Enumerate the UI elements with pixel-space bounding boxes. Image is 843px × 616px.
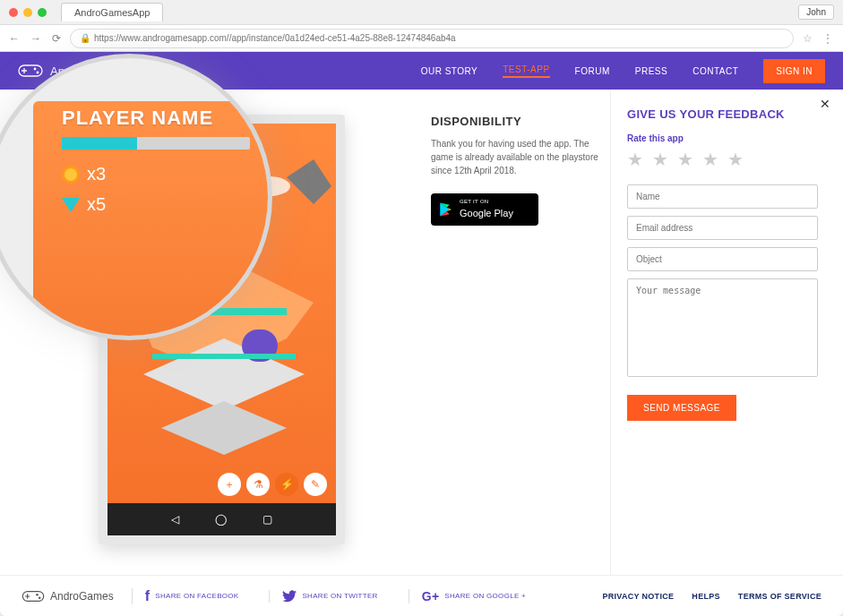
star-icon[interactable]: ★ — [702, 149, 718, 170]
googleplus-icon: G+ — [422, 589, 440, 603]
twitter-icon — [282, 590, 297, 603]
chrome-url-bar: ← → ⟳ 🔒 https://www.androgamesapp.com//a… — [0, 25, 843, 52]
svg-point-15 — [39, 596, 41, 599]
footer-brand-label: AndroGames — [50, 590, 114, 603]
main-content: ＋ ⚗ ⚡ ✎ ◁ ◯ ▢ PLAYER NAME — [0, 90, 843, 575]
nav-our-story[interactable]: OUR STORY — [421, 66, 478, 76]
google-play-icon — [438, 201, 454, 218]
share-fb-label: SHARE ON FACEBOOK — [155, 592, 238, 600]
feedback-column: ✕ GIVE US YOUR FEEDBACK Rate this app ★ … — [610, 90, 843, 575]
google-play-button[interactable]: GET IT ON Google Play — [431, 193, 538, 226]
disponibility-body: Thank you for having used the app. The g… — [431, 137, 599, 177]
gem-icon — [62, 198, 80, 212]
gamepad-icon — [22, 588, 45, 604]
android-nav-bar: ◁ ◯ ▢ — [108, 503, 336, 535]
share-tw-label: SHARE ON TWITTER — [302, 592, 377, 600]
profile-chip[interactable]: John — [798, 4, 834, 20]
main-nav: OUR STORY TEST-APP FORUM PRESS CONTACT S… — [421, 59, 825, 83]
email-field[interactable] — [627, 216, 818, 240]
bookmark-icon[interactable]: ☆ — [803, 32, 813, 45]
browser-window: AndroGamesApp John ← → ⟳ 🔒 https://www.a… — [0, 0, 843, 616]
android-back-icon[interactable]: ◁ — [171, 513, 179, 526]
send-message-button[interactable]: SEND MESSAGE — [627, 395, 736, 421]
game-action-bar: ＋ ⚗ ⚡ ✎ — [218, 473, 327, 496]
message-field[interactable] — [627, 278, 818, 377]
star-icon[interactable]: ★ — [727, 149, 744, 170]
progress-bar — [62, 137, 250, 150]
plus-icon[interactable]: ＋ — [218, 473, 241, 496]
chrome-tab-strip: AndroGamesApp John — [0, 0, 843, 25]
game-preview-column: ＋ ⚗ ⚡ ✎ ◁ ◯ ▢ PLAYER NAME — [0, 90, 431, 575]
coin-icon — [62, 166, 80, 184]
nav-contact[interactable]: CONTACT — [692, 66, 738, 76]
coin-counter: x3 — [62, 164, 106, 184]
star-icon[interactable]: ★ — [627, 149, 643, 170]
maximize-window-button[interactable] — [38, 8, 47, 17]
close-window-button[interactable] — [9, 8, 18, 17]
gem-count: x5 — [87, 194, 106, 215]
feedback-title: GIVE US YOUR FEEDBACK — [627, 107, 818, 121]
back-button[interactable]: ← — [9, 32, 20, 45]
browser-tab[interactable]: AndroGamesApp — [61, 3, 163, 21]
disponibility-column: DISPONIBILITY Thank you for having used … — [431, 90, 610, 575]
nav-press[interactable]: PRESS — [635, 66, 667, 76]
lock-icon: 🔒 — [80, 33, 90, 43]
share-twitter[interactable]: SHARE ON TWITTER — [269, 590, 390, 603]
gamepad-icon — [18, 62, 43, 80]
facebook-icon: f — [145, 588, 151, 604]
reload-button[interactable]: ⟳ — [52, 32, 61, 45]
object-field[interactable] — [627, 247, 818, 271]
rating-stars: ★ ★ ★ ★ ★ — [627, 149, 818, 170]
star-icon[interactable]: ★ — [677, 149, 693, 170]
forward-button[interactable]: → — [30, 32, 41, 45]
share-googleplus[interactable]: G+ SHARE ON GOOGLE + — [409, 589, 538, 603]
url-text: https://www.androgamesapp.com//app/insta… — [94, 33, 456, 43]
disponibility-title: DISPONIBILITY — [431, 115, 599, 128]
brush-icon[interactable]: ✎ — [304, 473, 327, 496]
share-facebook[interactable]: f SHARE ON FACEBOOK — [132, 588, 252, 604]
gplay-label: Google Play — [460, 208, 513, 218]
footer: AndroGames f SHARE ON FACEBOOK SHARE ON … — [0, 575, 843, 616]
gem-counter: x5 — [62, 194, 106, 215]
android-home-icon[interactable]: ◯ — [215, 513, 227, 526]
name-field[interactable] — [627, 184, 818, 209]
star-icon[interactable]: ★ — [652, 149, 668, 170]
svg-point-3 — [34, 68, 37, 71]
android-recents-icon[interactable]: ▢ — [262, 513, 272, 526]
svg-point-4 — [37, 72, 39, 74]
helps-link[interactable]: HELPS — [692, 592, 720, 601]
svg-point-14 — [36, 593, 39, 595]
close-icon[interactable]: ✕ — [820, 97, 830, 111]
player-name-label: PLAYER NAME — [62, 107, 213, 130]
privacy-notice-link[interactable]: PRIVACY NOTICE — [602, 592, 674, 601]
svg-marker-10 — [287, 159, 331, 204]
nav-forum[interactable]: FORUM — [575, 66, 610, 76]
gplay-overline: GET IT ON — [460, 199, 513, 204]
bottle-icon[interactable]: ⚗ — [246, 473, 270, 496]
footer-links: PRIVACY NOTICE HELPS TERMS OF SERVICE — [602, 592, 821, 601]
share-gp-label: SHARE ON GOOGLE + — [444, 592, 526, 600]
window-controls[interactable] — [9, 8, 47, 17]
footer-brand[interactable]: AndroGames — [22, 588, 114, 604]
minimize-window-button[interactable] — [23, 8, 32, 17]
rate-label: Rate this app — [627, 133, 818, 143]
progress-bar-fill — [62, 137, 137, 150]
bolt-icon[interactable]: ⚡ — [275, 473, 298, 496]
coin-count: x3 — [87, 164, 106, 184]
address-bar[interactable]: 🔒 https://www.androgamesapp.com//app/ins… — [70, 29, 794, 48]
terms-link[interactable]: TERMS OF SERVICE — [738, 592, 821, 601]
signin-button[interactable]: SIGN IN — [763, 59, 825, 83]
nav-test-app[interactable]: TEST-APP — [503, 64, 549, 78]
